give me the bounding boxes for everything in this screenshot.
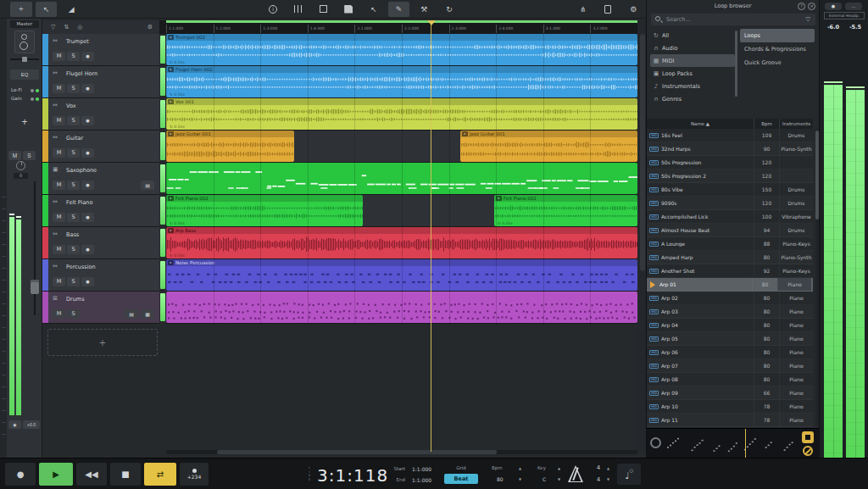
track-drag-icon[interactable]: ⇔ (53, 263, 58, 270)
save-icon[interactable] (337, 2, 359, 17)
audio-clip[interactable]: ▸Trumpet 002↻ 0.50x (166, 34, 637, 65)
preview-stop-button[interactable] (802, 431, 814, 443)
track-header-guitar[interactable]: ⇔GuitarMS● (42, 131, 159, 163)
grid-beat-button[interactable]: Beat (444, 474, 478, 484)
add-effect-button[interactable]: + (10, 105, 39, 139)
signature-up-icon[interactable]: ▲ (607, 466, 609, 470)
loop-row[interactable]: MID32nd Harps90Piano-Synth (647, 142, 813, 156)
bpm-up-icon[interactable]: ▲ (519, 466, 521, 470)
draw-tool-icon[interactable]: ✎ (388, 2, 410, 17)
mixer-icon[interactable] (287, 2, 309, 17)
master-pan-fader[interactable] (10, 58, 39, 60)
column-name[interactable]: Name ▲ (647, 119, 754, 129)
loop-row[interactable]: MIDArp 0680Piano (647, 346, 813, 359)
volume-slider-handle[interactable] (31, 280, 39, 294)
master-volume-slider[interactable] (31, 181, 39, 315)
bpm-value[interactable]: 80 (497, 476, 504, 482)
effect-slot-lofi[interactable]: Lo-Fi (10, 86, 39, 94)
loop-row[interactable]: MIDArp 0966Piano (647, 386, 813, 400)
record-arm-button[interactable]: ● (81, 52, 94, 61)
filter-icon[interactable]: ▽ (806, 16, 810, 23)
solo-button[interactable]: S (67, 116, 80, 125)
solo-button[interactable]: S (67, 181, 80, 190)
playhead-marker[interactable] (427, 20, 436, 25)
effect-power-led[interactable] (36, 97, 39, 101)
mute-button[interactable]: M (53, 181, 65, 190)
master-output-icon-button[interactable]: ◉ (8, 420, 21, 429)
track-drag-icon[interactable]: ▣ (53, 166, 58, 173)
track-drag-icon[interactable]: ⇔ (53, 102, 58, 108)
loop-row[interactable]: MIDArp 0880Piano (647, 373, 813, 386)
solo-button[interactable]: S (67, 213, 80, 222)
key-down-icon[interactable]: ▼ (558, 477, 560, 481)
loop-row[interactable]: MIDArp 0280Piano (647, 292, 813, 305)
midi-clip[interactable] (166, 292, 637, 323)
collection-chords-progressions[interactable]: Chords & Progressions (740, 42, 815, 56)
wrench-tool-icon[interactable]: ⚒ (413, 2, 435, 17)
mute-button[interactable]: M (53, 52, 65, 61)
solo-button[interactable]: S (67, 84, 80, 93)
loop-button[interactable]: ⇄ (144, 463, 176, 486)
loop-row[interactable]: MIDArp 1178Piano (647, 414, 813, 427)
track-header-percussion[interactable]: ⇔PercussionMS● (42, 259, 159, 292)
piano-roll-icon[interactable]: ▤ (125, 309, 138, 319)
master-solo-button[interactable]: S (23, 151, 36, 160)
track-header-trumpet[interactable]: ⇔TrumpetMS● (42, 34, 159, 66)
track-header-drums[interactable]: ⊠DrumsMS▦▤ (42, 292, 159, 324)
category-midi[interactable]: ▦MIDI (650, 54, 735, 67)
metronome-icon[interactable] (566, 464, 585, 483)
record-arm-button[interactable]: ● (81, 181, 94, 190)
track-header-vox[interactable]: ⇔VoxMS● (42, 98, 159, 131)
effect-gear-icon[interactable] (31, 97, 34, 101)
solo-button[interactable]: S (67, 277, 80, 286)
filter-icon[interactable]: ▽ (51, 24, 55, 31)
loop-row[interactable]: MID16s Feel109Drums (647, 129, 813, 142)
preview-loop-off-button[interactable] (803, 446, 813, 456)
tempo-base-button[interactable]: ♩○ (617, 464, 641, 485)
loop-row[interactable]: MIDArp 0380Piano (647, 305, 813, 319)
loop-row[interactable]: MID50s Progression 2120 (647, 169, 813, 183)
audio-clip[interactable]: ▸Noise Percussion (166, 259, 637, 291)
clipboard-icon[interactable] (598, 2, 620, 17)
fit-view-icon[interactable] (313, 2, 335, 17)
loop-row[interactable]: MID80s Vibe150Drums (647, 183, 813, 197)
fade-tool-icon[interactable]: ◢ (60, 2, 82, 17)
category-scrollbar[interactable] (735, 31, 737, 97)
bpm-down-icon[interactable]: ▼ (519, 477, 521, 481)
mute-button[interactable]: M (53, 213, 65, 222)
effect-slot-gain[interactable]: Gain (10, 95, 39, 103)
key-value[interactable]: C (542, 476, 546, 482)
loop-row[interactable]: MIDAccomplished Lick100Vibraphone (647, 210, 813, 224)
category-all[interactable]: ↻All (650, 29, 735, 42)
loop-row[interactable]: Arp 0180Piano (647, 278, 813, 292)
audio-clip[interactable]: ▸Felt Piano 002↻ 0.50x (494, 195, 637, 226)
mute-button[interactable]: M (53, 116, 65, 125)
reorder-icon[interactable]: ⇅ (64, 24, 69, 31)
loop-row[interactable]: MIDArp 0480Piano (647, 319, 813, 332)
cursor-tool-icon[interactable]: ↖ (36, 2, 58, 17)
loop-row[interactable]: MIDArp 0780Piano (647, 359, 813, 373)
record-arm-button[interactable]: ● (81, 245, 94, 254)
record-arm-button[interactable]: ● (81, 116, 94, 125)
time-signature-top[interactable]: 4 (593, 464, 604, 471)
effect-gear-icon[interactable] (31, 89, 34, 92)
midi-clip[interactable] (166, 163, 637, 194)
category-instrumentals[interactable]: ♪Instrumentals (650, 80, 735, 92)
collection-quick-groove[interactable]: Quick Groove (740, 56, 815, 69)
preview-info-icon[interactable] (650, 437, 661, 448)
track-header-felt-piano[interactable]: ⇔Felt PianoMS● (42, 195, 159, 227)
sync-icon[interactable]: ↻ (438, 2, 460, 17)
solo-button[interactable]: S (67, 245, 80, 254)
help-icon[interactable]: ? (798, 3, 805, 10)
audio-clip[interactable]: ▸Flugel Horn 002↻ 0.50x (166, 66, 637, 97)
master-mute-button[interactable]: M (8, 151, 21, 160)
collection-loops[interactable]: Loops (740, 29, 815, 42)
record-mode-icon[interactable]: ◎ (77, 24, 82, 31)
pan-knob[interactable] (16, 161, 25, 170)
audio-clip[interactable]: ▸Jazz Guitar 001 (460, 131, 637, 162)
track-drag-icon[interactable]: ⇔ (53, 134, 58, 141)
time-display[interactable]: 3:1:118 (317, 465, 388, 486)
track-drag-icon[interactable]: ⇔ (53, 69, 58, 76)
mute-button[interactable]: M (53, 309, 65, 319)
mute-button[interactable]: M (53, 277, 65, 286)
